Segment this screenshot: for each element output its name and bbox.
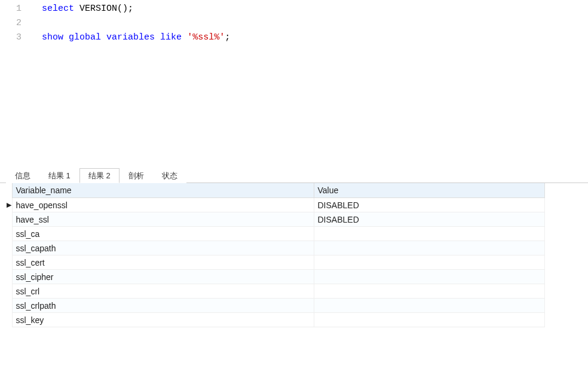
- code-line[interactable]: show global variables like '%ssl%';: [42, 31, 588, 45]
- table-row[interactable]: ssl_key: [6, 313, 545, 327]
- row-indicator: [6, 227, 12, 241]
- cell-value: [314, 241, 545, 256]
- indicator-header: [6, 183, 12, 198]
- tab-1[interactable]: 结果 1: [39, 168, 79, 183]
- row-indicator: ▶: [6, 198, 12, 212]
- cell-variable-name: ssl_ca: [12, 227, 314, 241]
- code-token: show: [42, 32, 63, 42]
- tab-0[interactable]: 信息: [6, 168, 39, 183]
- cell-variable-name: ssl_crlpath: [12, 299, 314, 313]
- table-row[interactable]: ssl_crlpath: [6, 299, 545, 313]
- table-row[interactable]: ssl_ca: [6, 227, 545, 241]
- table-row[interactable]: ssl_capath: [6, 241, 545, 256]
- code-token: [74, 4, 79, 14]
- row-indicator: [6, 241, 12, 256]
- cell-variable-name: ssl_capath: [12, 241, 314, 256]
- code-token: [63, 32, 69, 42]
- results-pane: Variable_name Value ▶have_opensslDISABLE…: [0, 183, 588, 327]
- code-token: global: [69, 32, 101, 42]
- code-token: [155, 32, 160, 42]
- code-token: [182, 32, 187, 42]
- table-row[interactable]: ssl_cipher: [6, 270, 545, 284]
- column-header-value[interactable]: Value: [314, 183, 545, 198]
- cell-value: DISABLED: [314, 212, 545, 227]
- cell-variable-name: ssl_cipher: [12, 270, 314, 284]
- cell-value: [314, 299, 545, 313]
- cell-value: [314, 284, 545, 299]
- code-token: VERSION: [79, 4, 117, 14]
- row-indicator: [6, 284, 12, 299]
- row-indicator: [6, 256, 12, 270]
- cell-variable-name: ssl_crl: [12, 284, 314, 299]
- code-line[interactable]: [42, 16, 588, 31]
- line-number: 3: [0, 31, 30, 45]
- cell-variable-name: ssl_key: [12, 313, 314, 327]
- cell-variable-name: have_openssl: [12, 198, 314, 212]
- code-area[interactable]: select VERSION(); show global variables …: [30, 0, 588, 168]
- cell-value: [314, 256, 545, 270]
- code-token: variables: [106, 32, 155, 42]
- result-tabs: 信息结果 1结果 2剖析状态: [0, 168, 588, 183]
- code-token: ();: [117, 4, 133, 14]
- row-indicator: [6, 313, 12, 327]
- code-token: like: [160, 32, 182, 42]
- cell-value: [314, 227, 545, 241]
- cell-variable-name: have_ssl: [12, 212, 314, 227]
- column-header-variable-name[interactable]: Variable_name: [12, 183, 314, 198]
- row-indicator: [6, 299, 12, 313]
- table-row[interactable]: have_sslDISABLED: [6, 212, 545, 227]
- tab-2[interactable]: 结果 2: [79, 168, 120, 183]
- line-number-gutter: 123: [0, 0, 30, 168]
- code-token: ;: [225, 32, 230, 42]
- table-row[interactable]: ssl_crl: [6, 284, 545, 299]
- code-line[interactable]: select VERSION();: [42, 2, 588, 16]
- cell-variable-name: ssl_cert: [12, 256, 314, 270]
- cell-value: [314, 270, 545, 284]
- line-number: 2: [0, 16, 30, 31]
- row-indicator: [6, 212, 12, 227]
- tab-3[interactable]: 剖析: [120, 168, 153, 183]
- line-number: 1: [0, 2, 30, 16]
- results-table: Variable_name Value ▶have_opensslDISABLE…: [6, 183, 545, 327]
- row-indicator: [6, 270, 12, 284]
- code-token: [101, 32, 106, 42]
- table-row[interactable]: ssl_cert: [6, 256, 545, 270]
- code-token: '%ssl%': [187, 32, 225, 42]
- code-token: select: [42, 4, 74, 14]
- tab-4[interactable]: 状态: [153, 168, 186, 183]
- sql-editor[interactable]: 123 select VERSION(); show global variab…: [0, 0, 588, 168]
- table-row[interactable]: ▶have_opensslDISABLED: [6, 198, 545, 212]
- cell-value: DISABLED: [314, 198, 545, 212]
- cell-value: [314, 313, 545, 327]
